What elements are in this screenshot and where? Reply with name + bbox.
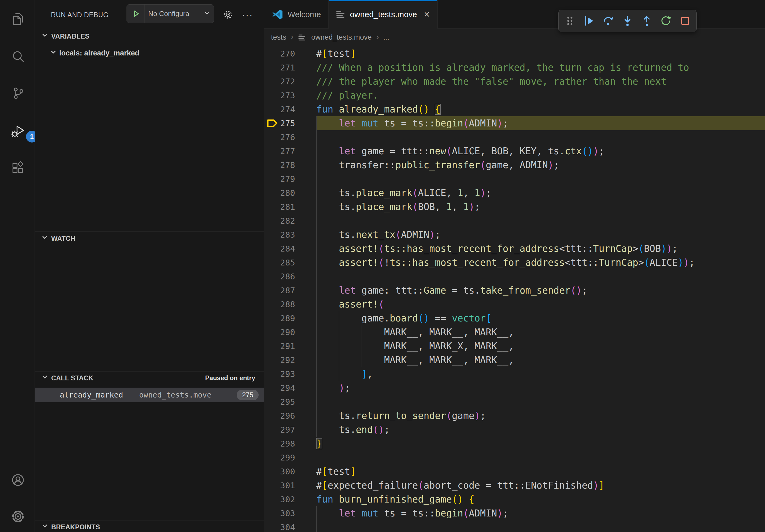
code-line[interactable]: 294 ); — [264, 381, 765, 395]
code-line[interactable]: 276 — [264, 130, 765, 144]
code-line[interactable]: 280 ts.place_mark(ALICE, 1, 1); — [264, 186, 765, 200]
source-control-icon[interactable] — [10, 86, 25, 101]
breakpoint-gutter[interactable] — [265, 409, 279, 423]
breakpoint-gutter[interactable] — [265, 228, 279, 242]
code-line[interactable]: 281 ts.place_mark(BOB, 1, 1); — [264, 200, 765, 214]
breakpoint-gutter[interactable] — [265, 339, 279, 353]
breakpoint-gutter[interactable] — [265, 423, 279, 437]
breakpoint-gutter[interactable] — [265, 158, 279, 172]
tab-welcome[interactable]: Welcome — [264, 0, 329, 29]
code-line[interactable]: 278 transfer::public_transfer(game, ADMI… — [264, 158, 765, 172]
code-line[interactable]: 284 assert!(ts::has_most_recent_for_addr… — [264, 242, 765, 256]
code-line[interactable]: 295 — [264, 395, 765, 409]
breakpoint-gutter[interactable] — [265, 47, 279, 61]
breakpoint-gutter[interactable] — [265, 75, 279, 89]
code-line[interactable]: 296 ts.return_to_sender(game); — [264, 409, 765, 423]
breakpoint-gutter[interactable] — [265, 269, 279, 283]
code-line[interactable]: 279 — [264, 172, 765, 186]
breakpoint-gutter[interactable] — [265, 506, 279, 520]
continue-button[interactable] — [579, 11, 599, 31]
variables-locals-scope[interactable]: locals: already_marked — [35, 46, 264, 60]
breakpoint-gutter[interactable] — [265, 381, 279, 395]
step-out-button[interactable] — [637, 11, 656, 31]
debug-config-dropdown[interactable]: No Configura — [127, 4, 214, 23]
more-actions-icon[interactable]: ··· — [239, 0, 256, 30]
code-line[interactable]: 283 ts.next_tx(ADMIN); — [264, 228, 765, 242]
step-into-button[interactable] — [618, 11, 637, 31]
variables-section-header[interactable]: VARIABLES — [35, 30, 264, 43]
code-line[interactable]: 290 MARK__, MARK__, MARK__, — [264, 325, 765, 339]
account-icon[interactable] — [10, 472, 25, 487]
extensions-icon[interactable] — [10, 161, 25, 176]
debug-settings-gear-icon[interactable] — [220, 0, 236, 30]
code-line[interactable]: 292 MARK__, MARK__, MARK__, — [264, 353, 765, 367]
code-line[interactable]: 300#[test] — [264, 464, 765, 478]
breakpoint-gutter[interactable] — [265, 256, 279, 269]
code-line[interactable]: 274fun already_marked() { — [264, 102, 765, 116]
search-icon[interactable] — [10, 49, 25, 64]
code-line[interactable]: 291 MARK__, MARK_X, MARK__, — [264, 339, 765, 353]
code-line[interactable]: 287 let game: ttt::Game = ts.take_from_s… — [264, 283, 765, 297]
step-over-button[interactable] — [598, 11, 618, 31]
breakpoint-gutter[interactable] — [265, 520, 279, 532]
breakpoint-gutter[interactable] — [265, 395, 279, 409]
breakpoint-gutter[interactable] — [265, 353, 279, 367]
call-stack-frame-row[interactable]: already_marked owned_tests.move 275 — [35, 388, 264, 402]
breakpoint-gutter[interactable] — [265, 130, 279, 144]
code-line[interactable]: 275 let mut ts = ts::begin(ADMIN); — [264, 116, 765, 130]
breakpoint-gutter[interactable] — [265, 283, 279, 297]
code-line[interactable]: 304 — [264, 520, 765, 532]
breakpoint-gutter[interactable] — [265, 144, 279, 158]
breakpoint-gutter[interactable] — [265, 172, 279, 186]
breakpoint-gutter[interactable] — [265, 325, 279, 339]
code-line[interactable]: 299 — [264, 450, 765, 464]
breakpoint-gutter[interactable] — [265, 464, 279, 478]
settings-gear-icon[interactable] — [10, 509, 25, 524]
breakpoint-gutter[interactable] — [265, 311, 279, 325]
breakpoint-gutter[interactable] — [265, 367, 279, 381]
breakpoint-gutter[interactable] — [265, 186, 279, 200]
breakpoint-gutter[interactable] — [265, 89, 279, 102]
breakpoint-gutter[interactable] — [265, 437, 279, 450]
code-line[interactable]: 289 game.board() == vector[ — [264, 311, 765, 325]
code-line[interactable]: 302fun burn_unfinished_game() { — [264, 492, 765, 506]
run-and-debug-icon[interactable]: 1 — [10, 124, 25, 139]
breakpoint-gutter[interactable] — [265, 478, 279, 492]
code-line[interactable]: 297 ts.end(); — [264, 423, 765, 437]
code-line[interactable]: 270#[test] — [264, 47, 765, 61]
breadcrumb-file[interactable]: owned_tests.move — [311, 33, 372, 42]
code-line[interactable]: 271/// When a position is already marked… — [264, 61, 765, 75]
code-line[interactable]: 272/// the player who made the "false" m… — [264, 75, 765, 89]
watch-section-header[interactable]: WATCH — [35, 231, 264, 245]
code-line[interactable]: 273/// player. — [264, 89, 765, 102]
breakpoints-section-header[interactable]: BREAKPOINTS — [35, 520, 264, 532]
restart-button[interactable] — [656, 11, 676, 31]
code-line[interactable]: 293 ], — [264, 367, 765, 381]
code-line[interactable]: 303 let mut ts = ts::begin(ADMIN); — [264, 506, 765, 520]
breakpoint-gutter[interactable] — [265, 61, 279, 75]
breakpoint-gutter[interactable] — [265, 214, 279, 228]
breakpoint-gutter[interactable] — [265, 242, 279, 256]
breakpoint-gutter[interactable] — [265, 450, 279, 464]
code-line[interactable]: 301#[expected_failure(abort_code = ttt::… — [264, 478, 765, 492]
breakpoint-gutter[interactable] — [265, 297, 279, 311]
breadcrumb-symbol[interactable]: ... — [383, 33, 389, 42]
code-line[interactable]: 277 let game = ttt::new(ALICE, BOB, KEY,… — [264, 144, 765, 158]
code-lines[interactable]: 270#[test]271/// When a position is alre… — [264, 47, 765, 532]
close-tab-icon[interactable]: × — [424, 10, 430, 19]
code-line[interactable]: 288 assert!( — [264, 297, 765, 311]
code-line[interactable]: 282 — [264, 214, 765, 228]
code-line[interactable]: 286 — [264, 269, 765, 283]
code-line[interactable]: 285 assert!(!ts::has_most_recent_for_add… — [264, 256, 765, 269]
breakpoint-gutter[interactable] — [265, 200, 279, 214]
current-frame-marker-icon[interactable] — [265, 116, 279, 130]
files-icon[interactable] — [10, 12, 25, 27]
start-debug-icon[interactable] — [127, 5, 145, 23]
breadcrumb-folder[interactable]: tests — [271, 33, 286, 42]
tab-owned-tests-move[interactable]: owned_tests.move × — [329, 0, 437, 29]
call-stack-section-header[interactable]: CALL STACK Paused on entry — [35, 371, 264, 385]
stop-button[interactable] — [675, 11, 695, 31]
breakpoint-gutter[interactable] — [265, 492, 279, 506]
toolbar-gripper-icon[interactable] — [560, 11, 579, 31]
breakpoint-gutter[interactable] — [265, 102, 279, 116]
